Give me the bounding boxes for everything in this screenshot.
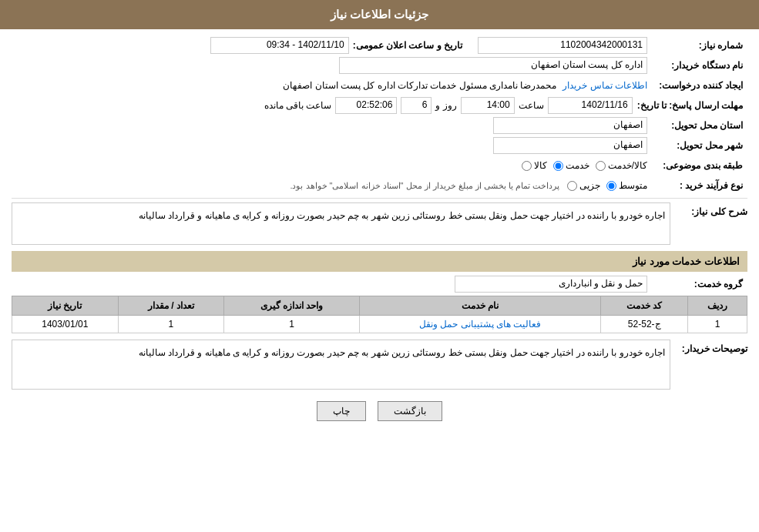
col-unit-header: واحد اندازه گیری (224, 296, 360, 316)
col-code-header: کد خدمت (601, 296, 688, 316)
purchase-jozii-label: جزیی (579, 180, 600, 191)
service-group-row: گروه خدمت: حمل و نقل و انبارداری (12, 276, 747, 293)
province-row: استان محل تحویل: اصفهان (12, 117, 747, 134)
back-button[interactable]: بازگشت (378, 401, 442, 421)
services-table-header-row: ردیف کد خدمت نام خدمت واحد اندازه گیری ت… (12, 296, 747, 316)
table-row: 1 ج-52-52 فعالیت های پشتیبانی حمل ونقل 1… (12, 316, 747, 333)
announce-value: 1402/11/10 - 09:34 (210, 37, 349, 54)
page-container: جزئیات اطلاعات نیاز شماره نیاز: 11020043… (0, 0, 759, 532)
service-group-value: حمل و نقل و انبارداری (455, 276, 647, 293)
deadline-remaining: 02:52:06 (335, 97, 397, 114)
purchase-type-note: پرداخت تمام یا بخشی از مبلغ خریدار از مح… (290, 181, 559, 191)
content-area: شماره نیاز: 1102004342000131 تاریخ و ساع… (0, 29, 759, 437)
category-kala-khadamat-label: کالا/خدمت (608, 160, 647, 171)
city-row: شهر محل تحویل: اصفهان (12, 137, 747, 154)
announce-label: تاریخ و ساعت اعلان عمومی: (353, 40, 462, 51)
need-number-row: شماره نیاز: 1102004342000131 تاریخ و ساع… (12, 37, 747, 54)
col-qty-header: تعداد / مقدار (118, 296, 223, 316)
purchase-motavasset-label: متوسط (619, 180, 647, 191)
bottom-buttons: بازگشت چاپ (12, 401, 747, 421)
purchase-jozii-radio[interactable] (567, 181, 577, 191)
buyer-org-row: نام دستگاه خریدار: اداره کل پست استان اص… (12, 57, 747, 74)
col-row-header: ردیف (688, 296, 747, 316)
divider1 (12, 198, 747, 199)
province-value: اصفهان (493, 117, 647, 134)
category-row: طبقه بندی موضوعی: کالا/خدمت خدمت کالا (12, 157, 747, 174)
category-option-khadamat: خدمت (553, 160, 589, 171)
city-value: اصفهان (493, 137, 647, 154)
buyer-notes-row: توصیحات خریدار: اجاره خودرو با راننده در… (12, 340, 747, 390)
purchase-type-motavasset: متوسط (606, 180, 647, 191)
need-desc-row: شرح کلی نیاز: اجاره خودرو با راننده در ا… (12, 202, 747, 245)
services-section-header: اطلاعات خدمات مورد نیاز (12, 251, 747, 272)
city-label: شهر محل تحویل: (647, 137, 747, 154)
need-number-value: 1102004342000131 (478, 37, 647, 54)
print-button[interactable]: چاپ (317, 401, 366, 421)
deadline-label: مهلت ارسال پاسخ: تا تاریخ: (633, 97, 747, 114)
deadline-time: 14:00 (461, 97, 515, 114)
cell-unit-0: 1 (224, 316, 360, 333)
purchase-type-row: نوع فرآیند خرید : متوسط جزیی پرداخت تمام… (12, 177, 747, 194)
province-label: استان محل تحویل: (647, 117, 747, 134)
creator-link[interactable]: اطلاعات تماس خریدار (563, 80, 647, 91)
page-header: جزئیات اطلاعات نیاز (0, 0, 759, 29)
category-option-kala: کالا (522, 160, 547, 171)
creator-row: ایجاد کننده درخواست: اطلاعات تماس خریدار… (12, 77, 747, 94)
deadline-time-label: ساعت (519, 100, 544, 111)
need-desc-value: اجاره خودرو با راننده در اختیار جهت حمل … (12, 202, 670, 245)
purchase-type-radio-group: متوسط جزیی (567, 180, 647, 191)
deadline-remaining-label: ساعت باقی مانده (264, 100, 332, 111)
need-desc-label: شرح کلی نیاز: (670, 202, 747, 245)
category-kala-label: کالا (534, 160, 547, 171)
purchase-type-jozii: جزیی (567, 180, 600, 191)
cell-code-0: ج-52-52 (601, 316, 688, 333)
page-title: جزئیات اطلاعات نیاز (331, 8, 428, 21)
purchase-type-label: نوع فرآیند خرید : (647, 177, 747, 194)
purchase-motavasset-radio[interactable] (606, 181, 616, 191)
buyer-org-label: نام دستگاه خریدار: (647, 57, 747, 74)
need-number-label: شماره نیاز: (647, 37, 747, 54)
col-date-header: تاریخ نیاز (12, 296, 119, 316)
category-option-kala-khadamat: کالا/خدمت (596, 160, 647, 171)
deadline-days: 6 (401, 97, 432, 114)
creator-label: ایجاد کننده درخواست: (647, 77, 747, 94)
buyer-notes-label: توصیحات خریدار: (670, 340, 747, 390)
buyer-org-value: اداره کل پست استان اصفهان (339, 57, 647, 74)
deadline-day-label: روز و (435, 100, 456, 111)
service-group-label: گروه خدمت: (647, 276, 747, 293)
services-table: ردیف کد خدمت نام خدمت واحد اندازه گیری ت… (12, 296, 747, 333)
deadline-date: 1402/11/16 (548, 97, 633, 114)
cell-name-0[interactable]: فعالیت های پشتیبانی حمل ونقل (360, 316, 601, 333)
col-name-header: نام خدمت (360, 296, 601, 316)
buyer-notes-value: اجاره خودرو با راننده در اختیار جهت حمل … (12, 340, 670, 390)
cell-date-0: 1403/01/01 (12, 316, 119, 333)
category-label: طبقه بندی موضوعی: (647, 157, 747, 174)
category-khadamat-radio[interactable] (553, 161, 563, 171)
cell-row-0: 1 (688, 316, 747, 333)
category-radio-group: کالا/خدمت خدمت کالا (522, 160, 647, 171)
creator-value: محمدرضا نامداری مسئول خدمات تداركات ادار… (283, 80, 556, 91)
cell-qty-0: 1 (118, 316, 223, 333)
deadline-row: مهلت ارسال پاسخ: تا تاریخ: 1402/11/16 سا… (12, 97, 747, 114)
category-kala-radio[interactable] (522, 161, 532, 171)
category-kala-khadamat-radio[interactable] (596, 161, 606, 171)
category-khadamat-label: خدمت (566, 160, 589, 171)
